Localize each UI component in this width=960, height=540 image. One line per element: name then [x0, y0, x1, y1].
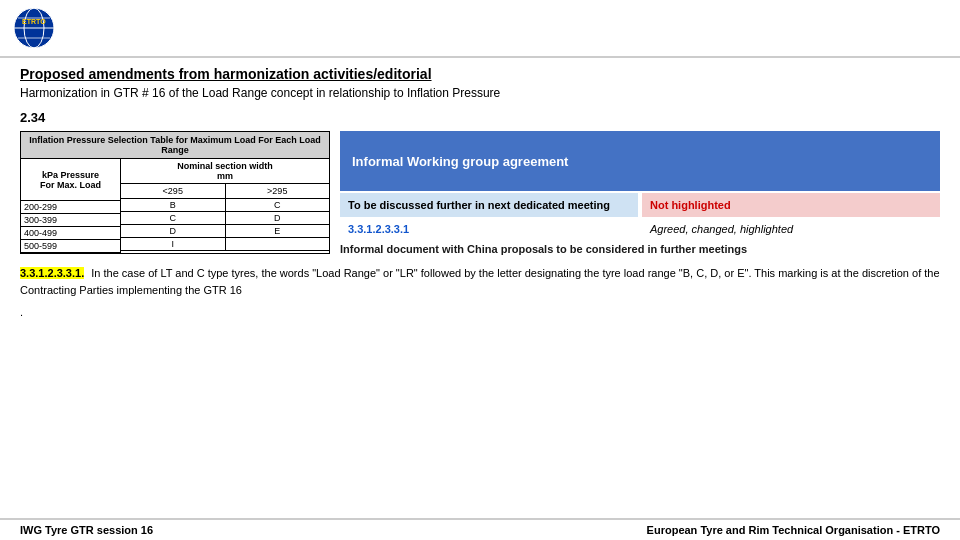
col-kpa: kPa Pressure For Max. Load 200-299 300-3… [21, 159, 121, 253]
sub-col2-header: >295 [226, 184, 330, 199]
r2v1: C [121, 212, 226, 225]
side-panel: Informal Working group agreement To be d… [340, 131, 940, 255]
table-inner: kPa Pressure For Max. Load 200-299 300-3… [21, 159, 329, 253]
svg-text:ETRTO: ETRTO [22, 18, 46, 25]
agreed-text: Agreed, changed, highlighted [642, 219, 940, 239]
row1-range: 200-299 [21, 201, 121, 214]
r1v1: B [121, 199, 226, 212]
body-ref-label: 3.3.1.2.3.3.1. [20, 267, 84, 279]
col-width: Nominal section widthmm <295 >295 B C C … [121, 159, 329, 253]
ref-number: 3.3.1.2.3.3.1 [340, 219, 638, 239]
row3-range: 400-499 [21, 227, 121, 240]
body-text: In the case of LT and C type tyres, the … [20, 267, 940, 296]
inflation-table: Inflation Pressure Selection Table for M… [20, 131, 330, 254]
row2-range: 300-399 [21, 214, 121, 227]
table-row: C D [121, 212, 329, 225]
to-be-discussed: To be discussed further in next dedicate… [340, 193, 638, 217]
info-box-title: Informal Working group agreement [340, 131, 940, 191]
table-row: B C [121, 199, 329, 212]
info-row-2: 3.3.1.2.3.3.1 Agreed, changed, highlight… [340, 219, 940, 239]
r4v1: I [121, 238, 226, 251]
info-row-1: To be discussed further in next dedicate… [340, 193, 940, 217]
informal-note: Informal document with China proposals t… [340, 243, 940, 255]
footer-right: European Tyre and Rim Technical Organisa… [647, 524, 940, 536]
row4-range: 500-599 [21, 240, 121, 253]
table-title: Inflation Pressure Selection Table for M… [21, 132, 329, 159]
etrto-logo: ETRTO [10, 4, 58, 52]
body-text-section: 3.3.1.2.3.3.1. In the case of LT and C t… [20, 265, 940, 298]
footer: IWG Tyre GTR session 16 European Tyre an… [0, 518, 960, 540]
footer-left: IWG Tyre GTR session 16 [20, 524, 153, 536]
sub-cols-header: <295 >295 [121, 184, 329, 199]
not-highlighted: Not highlighted [642, 193, 940, 217]
r4v2 [226, 238, 330, 251]
section-number: 2.34 [20, 110, 940, 125]
col-right-header: Nominal section widthmm [121, 159, 329, 184]
col-left-header: kPa Pressure For Max. Load [21, 159, 120, 201]
main-content: Proposed amendments from harmonization a… [0, 58, 960, 322]
subtitle: Harmonization in GTR # 16 of the Load Ra… [20, 86, 940, 100]
header: ETRTO [0, 0, 960, 58]
content-row: Inflation Pressure Selection Table for M… [20, 131, 940, 255]
r1v2: C [226, 199, 330, 212]
r3v2: E [226, 225, 330, 238]
page-title: Proposed amendments from harmonization a… [20, 66, 940, 82]
r3v1: D [121, 225, 226, 238]
table-row: I [121, 238, 329, 251]
r2v2: D [226, 212, 330, 225]
sub-col1-header: <295 [121, 184, 226, 199]
dot-separator: . [20, 306, 940, 318]
table-row: D E [121, 225, 329, 238]
